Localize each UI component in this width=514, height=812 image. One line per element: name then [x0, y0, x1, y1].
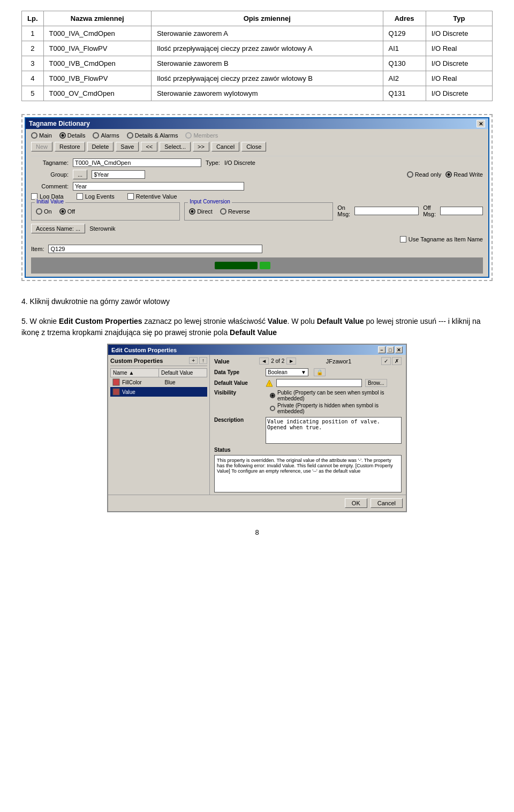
ecp-left-header-btns: + ↑: [189, 357, 207, 364]
tab-alarms[interactable]: Alarms: [93, 132, 119, 139]
ecp-description-textarea[interactable]: Value indicating position of valve. Open…: [266, 417, 402, 444]
read-only-circle: [407, 171, 413, 178]
tagname-input[interactable]: [73, 158, 201, 167]
gray-bar: [273, 262, 299, 269]
read-write-circle: [445, 171, 452, 178]
tab-details[interactable]: Details: [59, 132, 86, 139]
group-browse-button[interactable]: ...: [73, 170, 87, 179]
save-button[interactable]: Save: [116, 142, 139, 151]
on-circle: [36, 208, 42, 215]
reverse-radio[interactable]: Reverse: [220, 208, 250, 215]
next-button[interactable]: >>: [193, 142, 209, 151]
svg-rect-0: [113, 379, 119, 385]
ecp-lock-button[interactable]: 🔒: [314, 368, 326, 376]
tagname-row: Tagname: Type: I/O Discrete: [31, 158, 483, 167]
ecp-data-type-dropdown[interactable]: Boolean ▼: [266, 368, 308, 376]
tab-details-alarms[interactable]: Details & Alarms: [127, 132, 178, 139]
dark-green-bar: [215, 262, 258, 269]
tagname-dialog: Tagname Dictionary ✕ Main Details Alarms: [25, 117, 489, 278]
ecp-nav-prev-button[interactable]: ◄: [259, 358, 269, 365]
cell-name: T000_IVA_CmdOpen: [43, 26, 151, 41]
ecp-list-item-fillcolor[interactable]: FillColor Blue: [110, 377, 207, 387]
initial-value-legend: Initial Value: [35, 199, 65, 204]
restore-button[interactable]: Restore: [55, 142, 85, 151]
tagname-dialog-content: Main Details Alarms Details & Alarms Mem…: [26, 129, 488, 277]
ecp-description-row: Description Value indicating position of…: [214, 417, 402, 444]
off-radio[interactable]: Off: [59, 208, 75, 215]
tab-main[interactable]: Main: [31, 132, 52, 139]
ecp-browse-button[interactable]: Brow...: [365, 379, 387, 387]
ecp-maximize-button[interactable]: □: [387, 346, 394, 353]
ecp-reject-button[interactable]: ✗: [392, 357, 402, 365]
ecp-add-button[interactable]: +: [189, 357, 198, 364]
ecp-minimize-button[interactable]: −: [378, 346, 386, 353]
on-msg-input[interactable]: [354, 207, 419, 215]
comment-input[interactable]: [73, 182, 244, 191]
new-button[interactable]: New: [31, 142, 52, 151]
step5-prefix: 5. W oknie: [21, 317, 59, 325]
item-input[interactable]: [48, 245, 262, 253]
retentive-box: [127, 193, 134, 200]
ecp-copy-button[interactable]: ↑: [199, 357, 207, 364]
prev-button[interactable]: <<: [141, 142, 157, 151]
delete-button[interactable]: Delete: [87, 142, 114, 151]
ecp-public-radio[interactable]: Public (Property can be seen when symbol…: [270, 390, 402, 401]
ecp-list-header: Name ▲ Default Value: [110, 368, 207, 377]
ecp-cancel-button[interactable]: Cancel: [371, 498, 403, 508]
table-row: 4 T000_IVB_FlowPV Ilość przepływającej c…: [22, 71, 493, 86]
ecp-right-action-btns: ✓ ✗: [381, 357, 402, 365]
use-tagname-checkbox[interactable]: Use Tagname as Item Name: [400, 236, 483, 242]
ecp-custom-properties-title: Custom Properties: [110, 358, 163, 364]
tab-members-label: Members: [193, 132, 218, 139]
log-events-box: [77, 193, 83, 200]
ecp-dropdown-arrow-icon: ▼: [301, 369, 306, 375]
ecp-nav-next-button[interactable]: ►: [286, 358, 296, 365]
select-button[interactable]: Select...: [160, 142, 191, 151]
cell-desc: Sterowanie zaworem wylotowym: [151, 86, 383, 101]
cell-lp: 3: [22, 56, 44, 71]
cell-name: T000_IVA_FlowPV: [43, 41, 151, 56]
ecp-titlebar-buttons: − □ ✕: [378, 346, 403, 353]
on-radio[interactable]: On: [36, 208, 52, 215]
ecp-close-button[interactable]: ✕: [395, 346, 403, 353]
log-events-label: Log Events: [85, 193, 115, 200]
access-name-button[interactable]: Access Name: ...: [31, 224, 85, 233]
direct-radio[interactable]: Direct: [189, 208, 213, 215]
ecp-footer: OK Cancel: [108, 495, 406, 511]
tab-members[interactable]: Members: [185, 132, 218, 139]
close-button[interactable]: Close: [241, 142, 266, 151]
ecp-accept-button[interactable]: ✓: [381, 357, 391, 365]
log-events-checkbox[interactable]: Log Events: [77, 193, 115, 200]
cell-lp: 2: [22, 41, 44, 56]
cancel-button[interactable]: Cancel: [211, 142, 239, 151]
col-header-addr: Adres: [383, 11, 426, 26]
off-msg-input[interactable]: [440, 207, 483, 215]
ecp-body: Custom Properties + ↑ Name ▲ Default Val…: [108, 355, 406, 495]
page-number-value: 8: [255, 528, 259, 536]
page-number: 8: [21, 528, 493, 536]
ecp-private-radio[interactable]: Private (Property is hidden when symbol …: [270, 403, 402, 414]
tab-details-alarms-label: Details & Alarms: [135, 132, 178, 139]
tagname-dialog-titlebar: Tagname Dictionary ✕: [26, 118, 488, 129]
cell-name: T000_IVB_FlowPV: [43, 71, 151, 86]
cell-type: I/O Discrete: [426, 56, 492, 71]
ecp-default-value-input[interactable]: [276, 379, 362, 387]
ecp-description-label: Description: [214, 417, 262, 423]
ecp-public-label: Public (Property can be seen when symbol…: [277, 390, 402, 401]
close-icon[interactable]: ✕: [477, 120, 485, 127]
read-write-radio[interactable]: Read Write: [445, 171, 483, 178]
cell-addr: Q130: [383, 56, 426, 71]
tab-members-radio: [185, 132, 192, 139]
item-row: Item:: [31, 245, 483, 253]
cell-desc: Ilość przepływającej cieczy przez zawór …: [151, 71, 383, 86]
access-name-value: Sterownik: [89, 225, 115, 232]
group-value: $Year: [92, 170, 145, 179]
ecp-ok-button[interactable]: OK: [345, 498, 367, 508]
retentive-checkbox[interactable]: Retentive Value: [127, 193, 177, 200]
ecp-list-item-value[interactable]: Value: [110, 387, 207, 397]
ecp-nav-counter: 2 of 2: [271, 358, 284, 364]
read-only-radio[interactable]: Read only: [407, 171, 442, 178]
cell-addr: Q131: [383, 86, 426, 101]
cell-lp: 4: [22, 71, 44, 86]
ecp-data-type-row: Data Type Boolean ▼ 🔒: [214, 368, 402, 376]
